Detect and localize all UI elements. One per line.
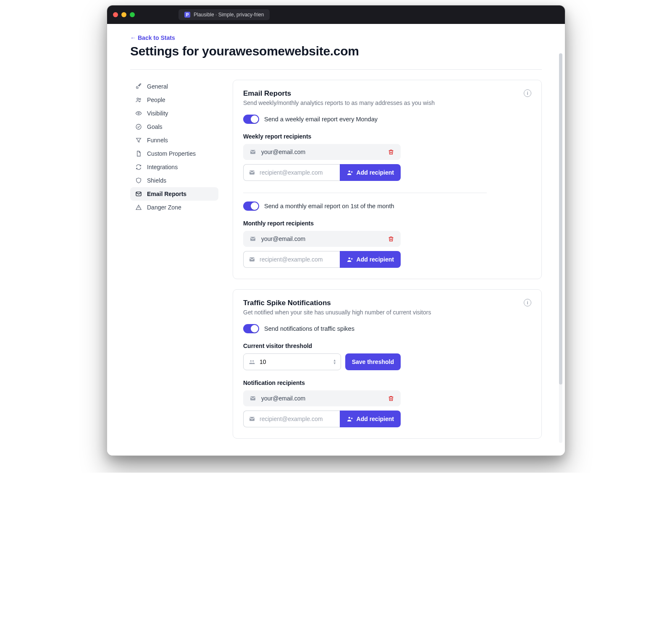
add-recipient-label: Add recipient xyxy=(357,416,394,422)
users-icon xyxy=(249,358,255,365)
sidebar-item-label: People xyxy=(147,97,165,103)
user-plus-icon xyxy=(346,416,353,422)
add-weekly-recipient-button[interactable]: Add recipient xyxy=(340,164,401,181)
divider xyxy=(130,69,542,70)
svg-point-16 xyxy=(348,417,350,419)
title-bar: P Plausible · Simple, privacy-frien xyxy=(107,5,565,24)
arrow-left-icon: ← xyxy=(130,34,136,41)
delete-recipient-button[interactable] xyxy=(388,149,394,155)
sidebar-item-email-reports[interactable]: Email Reports xyxy=(130,187,218,201)
sidebar-item-label: Integrations xyxy=(147,164,178,170)
notification-recipient-row: your@email.com xyxy=(243,390,401,406)
sidebar-item-people[interactable]: People xyxy=(130,93,218,107)
recipient-email: your@email.com xyxy=(261,395,383,402)
back-link-label: Back to Stats xyxy=(138,34,175,41)
funnel-icon xyxy=(135,137,142,144)
scrollbar[interactable] xyxy=(559,53,562,443)
sidebar-item-integrations[interactable]: Integrations xyxy=(130,160,218,174)
weekly-recipient-row: your@email.com xyxy=(243,144,401,160)
svg-point-4 xyxy=(136,124,141,129)
mail-icon xyxy=(249,256,255,263)
threshold-input-wrap: ▲▼ xyxy=(243,353,341,370)
shield-icon xyxy=(135,177,142,184)
info-icon[interactable]: i xyxy=(524,299,531,306)
sidebar-item-danger-zone[interactable]: Danger Zone xyxy=(130,201,218,214)
mail-icon xyxy=(135,191,142,197)
traffic-spike-toggle[interactable] xyxy=(243,324,259,333)
svg-point-0 xyxy=(139,85,140,86)
add-recipient-label: Add recipient xyxy=(357,169,394,176)
weekly-recipient-input-wrap xyxy=(243,164,340,181)
divider xyxy=(243,193,487,193)
sidebar-item-label: Danger Zone xyxy=(147,204,181,211)
browser-tab[interactable]: P Plausible · Simple, privacy-frien xyxy=(178,9,270,20)
monthly-toggle-label: Send a monthly email report on 1st of th… xyxy=(264,203,394,209)
recipient-email: your@email.com xyxy=(261,235,383,242)
mail-icon xyxy=(249,416,255,422)
sidebar-item-funnels[interactable]: Funnels xyxy=(130,133,218,147)
save-threshold-label: Save threshold xyxy=(352,358,394,365)
mail-icon xyxy=(249,169,255,176)
recipient-email: your@email.com xyxy=(261,149,383,155)
save-threshold-button[interactable]: Save threshold xyxy=(345,353,401,370)
sidebar-item-label: Shields xyxy=(147,177,166,184)
monthly-report-toggle[interactable] xyxy=(243,201,259,211)
refresh-icon xyxy=(135,164,142,170)
weekly-report-toggle[interactable] xyxy=(243,115,259,124)
page-body: ← Back to Stats Settings for yourawesome… xyxy=(107,24,565,455)
svg-point-3 xyxy=(138,112,139,114)
svg-point-2 xyxy=(139,98,141,99)
user-plus-icon xyxy=(346,256,353,263)
card-title: Email Reports xyxy=(243,89,435,98)
sidebar-item-label: General xyxy=(147,83,168,90)
delete-recipient-button[interactable] xyxy=(388,395,394,402)
sidebar-item-visibility[interactable]: Visibility xyxy=(130,107,218,120)
sidebar-item-label: Email Reports xyxy=(147,191,186,197)
card-subtitle: Send weekly/monthly analytics reports to… xyxy=(243,99,435,106)
threshold-input[interactable] xyxy=(260,358,329,365)
add-notification-recipient-button[interactable]: Add recipient xyxy=(340,411,401,427)
number-stepper[interactable]: ▲▼ xyxy=(333,359,336,365)
weekly-recipient-input[interactable] xyxy=(260,169,335,176)
users-icon xyxy=(135,97,142,103)
sidebar-item-label: Funnels xyxy=(147,137,168,144)
svg-point-13 xyxy=(252,360,254,361)
monthly-recipient-input[interactable] xyxy=(260,256,335,263)
email-reports-card: Email Reports Send weekly/monthly analyt… xyxy=(233,80,542,279)
card-title: Traffic Spike Notifications xyxy=(243,299,431,307)
sidebar-item-general[interactable]: General xyxy=(130,80,218,93)
back-to-stats-link[interactable]: ← Back to Stats xyxy=(130,34,175,41)
delete-recipient-button[interactable] xyxy=(388,235,394,242)
user-plus-icon xyxy=(346,169,353,176)
minimize-window-button[interactable] xyxy=(121,12,126,17)
check-circle-icon xyxy=(135,123,142,130)
monthly-recipient-input-wrap xyxy=(243,251,340,268)
sidebar-item-custom-properties[interactable]: Custom Properties xyxy=(130,147,218,160)
sidebar-item-shields[interactable]: Shields xyxy=(130,174,218,187)
monthly-recipients-label: Monthly report recipients xyxy=(243,220,531,227)
info-icon[interactable]: i xyxy=(524,89,531,97)
monthly-recipient-row: your@email.com xyxy=(243,231,401,247)
close-window-button[interactable] xyxy=(113,12,118,17)
add-monthly-recipient-button[interactable]: Add recipient xyxy=(340,251,401,268)
favicon-icon: P xyxy=(184,12,190,18)
window-controls xyxy=(113,12,135,17)
svg-point-11 xyxy=(348,257,350,259)
threshold-label: Current visitor threshold xyxy=(243,343,531,349)
svg-point-1 xyxy=(137,98,139,99)
notification-recipient-input-wrap xyxy=(243,411,340,427)
sidebar-item-goals[interactable]: Goals xyxy=(130,120,218,133)
document-icon xyxy=(135,150,142,157)
sidebar-item-label: Visibility xyxy=(147,110,168,117)
warning-icon xyxy=(135,204,142,211)
traffic-spike-toggle-label: Send notifications of traffic spikes xyxy=(264,325,354,332)
tab-title: Plausible · Simple, privacy-frien xyxy=(194,12,264,18)
page-title: Settings for yourawesomewebsite.com xyxy=(130,44,542,58)
mail-icon xyxy=(249,149,256,155)
card-subtitle: Get notified when your site has unusuall… xyxy=(243,309,431,316)
notification-recipient-input[interactable] xyxy=(260,416,335,422)
rocket-icon xyxy=(135,83,142,90)
maximize-window-button[interactable] xyxy=(130,12,135,17)
eye-icon xyxy=(135,110,142,117)
svg-point-8 xyxy=(348,170,350,172)
